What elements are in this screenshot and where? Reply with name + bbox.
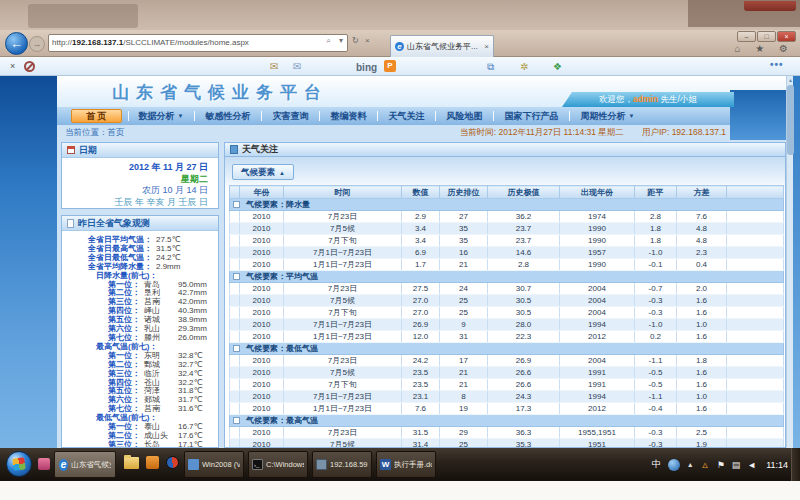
table-cell: -0.1: [635, 259, 677, 271]
table-row[interactable]: 20107月23日24.21726.92004-1.11.8: [230, 355, 784, 367]
volume-icon[interactable]: ◄: [747, 460, 756, 470]
table-cell: 31: [440, 331, 488, 343]
screens-icon[interactable]: ⧉: [487, 60, 494, 73]
group-header-row[interactable]: 气候要素：降水量: [230, 199, 784, 211]
nav-item[interactable]: 风险地图▼: [435, 109, 493, 123]
table-row[interactable]: 20107月5候23.52126.61991-0.51.6: [230, 367, 784, 379]
nav-item[interactable]: 首 页▼: [71, 109, 122, 123]
scrollbar-thumb[interactable]: [787, 85, 794, 155]
maximize-button[interactable]: □: [757, 31, 776, 42]
row-filler: [727, 319, 784, 331]
table-cell: 7月1日~7月23日: [284, 391, 402, 403]
browser-app-icon[interactable]: [166, 456, 179, 469]
climate-element-button[interactable]: 气候要素▲: [232, 164, 294, 180]
nav-item[interactable]: 敏感性分析▼: [194, 109, 261, 123]
vertical-scrollbar[interactable]: ▲: [786, 76, 793, 448]
table-row[interactable]: 20107月1日~7月23日26.9928.01994-1.01.0: [230, 319, 784, 331]
taskbar-button[interactable]: Win2008 (VS2...: [184, 451, 244, 478]
minimize-button[interactable]: –: [737, 31, 756, 42]
refresh-stop-icons[interactable]: ↻ ×: [352, 36, 386, 50]
taskbar-button[interactable]: 192.168.59.99...: [312, 451, 372, 478]
mail2-icon[interactable]: ✉: [293, 60, 301, 73]
table-row[interactable]: 20107月5候27.02530.52004-0.31.6: [230, 295, 784, 307]
explorer-icon[interactable]: [124, 457, 139, 469]
group-header-row[interactable]: 气候要素：最低气温: [230, 343, 784, 355]
taskbar-button-label: C:\Windows\s...: [266, 460, 304, 469]
expand-checkbox[interactable]: [233, 201, 240, 208]
bing-app-icon[interactable]: P: [384, 60, 396, 72]
weather-attention-body: 气候要素▲ 年份时间数值历史排位历史极值出现年份距平方差 气候要素：降水量201…: [224, 157, 786, 448]
taskbar-button[interactable]: 执行手册.docx ...: [376, 451, 436, 478]
table-cell: 30.5: [488, 307, 560, 319]
media-app-icon[interactable]: [146, 456, 159, 469]
nav-item[interactable]: 整编资料▼: [319, 109, 377, 123]
bing-logo[interactable]: bing: [356, 61, 377, 74]
column-header: 方差: [677, 186, 727, 199]
table-cell: 1.6: [677, 367, 727, 379]
scroll-up-arrow[interactable]: ▲: [787, 76, 794, 84]
close-button[interactable]: ×: [777, 31, 796, 42]
table-cell: 2.3: [677, 247, 727, 259]
table-cell: -0.3: [635, 295, 677, 307]
table-row[interactable]: 20107月5候3.43523.719901.84.8: [230, 223, 784, 235]
expand-checkbox[interactable]: [233, 417, 240, 424]
nav-item[interactable]: 数据分析▼: [128, 109, 195, 123]
blocks-icon[interactable]: ❖: [553, 60, 562, 73]
table-cell: 7月下旬: [284, 307, 402, 319]
taskbar-active-window[interactable]: e 山东省气候业...: [54, 451, 116, 478]
search-icon[interactable]: ⌕ ▾: [300, 36, 346, 50]
nav-item[interactable]: 国家下行产品▼: [493, 109, 569, 123]
tray-expand-icon[interactable]: ▲: [687, 461, 694, 468]
table-cell: 1.0: [677, 319, 727, 331]
back-button[interactable]: ←: [5, 32, 28, 55]
window-controls[interactable]: – □ ×: [737, 31, 796, 42]
table-row[interactable]: 20107月1日~7月23日23.1824.31994-1.11.0: [230, 391, 784, 403]
table-row[interactable]: 20101月1日~7月23日7.61917.32012-0.41.6: [230, 403, 784, 415]
table-row[interactable]: 20107月23日31.52936.31955,1951-0.32.5: [230, 427, 784, 439]
table-cell: 27: [440, 211, 488, 223]
start-button[interactable]: [6, 451, 32, 477]
show-desktop-button[interactable]: [791, 448, 800, 481]
nav-item[interactable]: 灾害查询▼: [261, 109, 319, 123]
expand-checkbox[interactable]: [233, 273, 240, 280]
table-cell: 35: [440, 223, 488, 235]
table-row[interactable]: 20107月23日27.52430.72004-0.72.0: [230, 283, 784, 295]
close-toolbar-icon[interactable]: ×: [10, 60, 15, 73]
nav-item-label: 国家下行产品: [504, 110, 558, 123]
table-row[interactable]: 20107月下旬3.43523.719901.84.8: [230, 235, 784, 247]
home-favorites-settings-icons[interactable]: ⌂ ★ ⚙: [734, 43, 794, 54]
tools-icon[interactable]: ✲: [520, 60, 528, 73]
browser-tab[interactable]: e 山东省气候业务平... ×: [390, 35, 494, 57]
table-row[interactable]: 20107月下旬27.02530.52004-0.31.6: [230, 307, 784, 319]
more-icon[interactable]: •••: [770, 58, 784, 71]
table-row[interactable]: 20101月1日~7月23日1.7212.81990-0.10.4: [230, 259, 784, 271]
ime-icon[interactable]: [668, 459, 680, 471]
table-row[interactable]: 20101月1日~7月23日12.03122.320120.21.6: [230, 331, 784, 343]
table-row[interactable]: 20107月下旬23.52126.61991-0.51.6: [230, 379, 784, 391]
network-icon[interactable]: ▤: [732, 460, 741, 470]
taskbar-button[interactable]: C:\Windows\s...: [248, 451, 308, 478]
table-row[interactable]: 20107月5候31.42535.31951-0.31.9: [230, 439, 784, 449]
mail-icon[interactable]: ✉: [270, 60, 278, 73]
action-center-icon[interactable]: ⚑: [717, 460, 725, 470]
table-cell: 2012: [560, 403, 635, 415]
group-header-row[interactable]: 气候要素：平均气温: [230, 271, 784, 283]
row-gutter: [230, 295, 240, 307]
table-cell: 30.5: [488, 295, 560, 307]
tab-close-icon[interactable]: ×: [484, 42, 489, 51]
table-row[interactable]: 20107月23日2.92736.219742.87.6: [230, 211, 784, 223]
expand-checkbox[interactable]: [233, 345, 240, 352]
table-row[interactable]: 20107月1日~7月23日6.91614.61957-1.02.3: [230, 247, 784, 259]
table-cell: 1957: [560, 247, 635, 259]
column-header: 数值: [402, 186, 440, 199]
language-indicator[interactable]: 中: [652, 458, 661, 471]
group-header-row[interactable]: 气候要素：最高气温: [230, 415, 784, 427]
nav-item[interactable]: 天气关注▼: [377, 109, 435, 123]
table-cell: -1.1: [635, 391, 677, 403]
table-cell: 1994: [560, 391, 635, 403]
forward-button[interactable]: →: [29, 36, 45, 52]
tray-clock[interactable]: 11:14: [766, 460, 788, 470]
pinned-app-icon[interactable]: [38, 458, 50, 470]
nav-item[interactable]: 周期性分析▼: [569, 109, 645, 123]
antivirus-icon[interactable]: 🜂: [701, 460, 710, 470]
